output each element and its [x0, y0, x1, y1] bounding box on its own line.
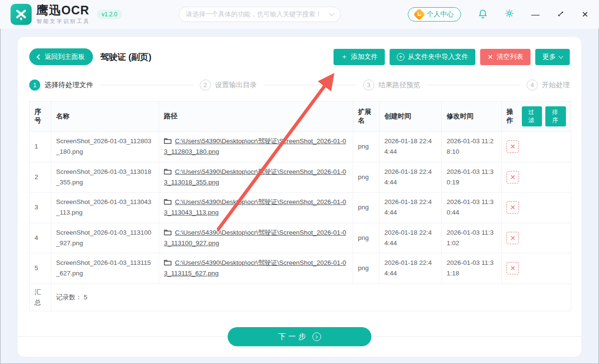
more-button[interactable]: 更多	[535, 49, 570, 65]
col-created: 创建时间	[380, 102, 442, 132]
file-table-body: 1 ScreenShot_2026-01-03_112803_180.png C…	[30, 132, 571, 284]
file-path-cell: C:\Users\54390\Desktop\ocr\驾驶证\ScreenSho…	[159, 223, 353, 253]
toolbar-actions: ＋ 添加文件 + 从文件夹中导入文件 ✕ 清空列表 更多	[334, 49, 570, 65]
file-ext: png	[353, 162, 380, 193]
file-name: ScreenShot_2026-01-03_113100_927.png	[51, 223, 159, 253]
circle-arrow-right-icon	[312, 332, 321, 341]
file-ext: png	[353, 193, 380, 223]
minimize-button[interactable]: —	[531, 11, 540, 19]
folder-icon	[164, 198, 172, 205]
file-ext: png	[353, 253, 380, 284]
app-subtitle: 智能文字识别工具	[36, 18, 90, 25]
import-from-folder-button[interactable]: + 从文件夹中导入文件	[390, 49, 475, 65]
page-title: 驾驶证 (副页)	[100, 51, 151, 63]
chevron-left-icon	[36, 54, 42, 59]
step-2-output-dir: 2 设置输出目录	[200, 80, 257, 91]
user-center-label: 个人中心	[427, 10, 454, 19]
file-table: 序号 名称 路径 扩展名 创建时间 修改时间 操作 过滤 排序 1 Screen…	[29, 101, 571, 311]
folder-icon	[164, 137, 172, 144]
col-name: 名称	[51, 102, 159, 132]
row-actions: ✕	[502, 193, 571, 223]
col-ext: 扩展名	[353, 102, 380, 132]
table-row: 3 ScreenShot_2026-01-03_113043_113.png C…	[30, 193, 571, 223]
chevron-down-icon	[329, 11, 334, 16]
settings-gear-icon[interactable]	[505, 9, 514, 20]
row-actions: ✕	[502, 132, 571, 162]
delete-row-button[interactable]: ✕	[507, 232, 519, 244]
delete-row-button[interactable]: ✕	[507, 201, 519, 214]
plus-icon: ＋	[341, 53, 347, 61]
folder-icon	[164, 259, 172, 266]
file-ext: png	[353, 132, 380, 162]
file-path-cell: C:\Users\54390\Desktop\ocr\驾驶证\ScreenSho…	[159, 193, 353, 223]
step-connector	[264, 85, 357, 85]
modified-time: 2026-01-03 11:31:18	[442, 253, 502, 284]
titlebar: 鹰迅OCR 智能文字识别工具 v1.2.0 请选择一个具体的功能，也可输入关键字…	[0, 0, 599, 29]
file-path-link[interactable]: C:\Users\54390\Desktop\ocr\驾驶证\ScreenSho…	[164, 137, 346, 155]
table-row: 1 ScreenShot_2026-01-03_112803_180.png C…	[30, 132, 571, 162]
table-row: 5 ScreenShot_2026-01-03_113115_627.png C…	[30, 253, 571, 284]
row-index: 1	[30, 132, 51, 162]
table-row: 4 ScreenShot_2026-01-03_113100_927.png C…	[30, 223, 571, 253]
file-path-link[interactable]: C:\Users\54390\Desktop\ocr\驾驶证\ScreenSho…	[164, 259, 346, 277]
file-ext: png	[353, 223, 380, 253]
file-name: ScreenShot_2026-01-03_113043_113.png	[51, 193, 159, 223]
page-toolbar: 返回到主面板 驾驶证 (副页) ＋ 添加文件 + 从文件夹中导入文件 ✕ 清空列…	[18, 37, 581, 65]
resize-button[interactable]	[557, 10, 564, 19]
file-path-link[interactable]: C:\Users\54390\Desktop\ocr\驾驶证\ScreenSho…	[164, 168, 346, 186]
chevron-down-icon	[559, 54, 564, 58]
version-badge: v1.2.0	[97, 10, 122, 19]
modified-time: 2026-01-03 11:28:10	[442, 132, 502, 162]
step-4-start-processing: 4 开始处理	[527, 80, 570, 91]
brand-block: 鹰迅OCR 智能文字识别工具	[36, 4, 90, 24]
file-name: ScreenShot_2026-01-03_113115_627.png	[51, 253, 159, 284]
app-title: 鹰迅OCR	[36, 4, 90, 16]
row-actions: ✕	[502, 223, 571, 253]
row-actions: ✕	[502, 253, 571, 284]
search-placeholder: 请选择一个具体的功能，也可输入关键字搜索！	[186, 10, 330, 19]
step-connector	[427, 85, 520, 85]
step-connector	[100, 85, 193, 85]
delete-row-button[interactable]: ✕	[507, 140, 519, 153]
main-panel: 返回到主面板 驾驶证 (副页) ＋ 添加文件 + 从文件夹中导入文件 ✕ 清空列…	[17, 36, 582, 357]
delete-row-button[interactable]: ✕	[507, 171, 519, 183]
row-index: 4	[30, 223, 51, 253]
modified-time: 2026-01-03 11:30:44	[442, 193, 502, 223]
file-name: ScreenShot_2026-01-03_113018_355.png	[51, 162, 159, 193]
circle-plus-icon: +	[397, 53, 404, 61]
file-path-link[interactable]: C:\Users\54390\Desktop\ocr\驾驶证\ScreenSho…	[164, 198, 346, 216]
back-to-dashboard-button[interactable]: 返回到主面板	[29, 48, 93, 65]
file-path-cell: C:\Users\54390\Desktop\ocr\驾驶证\ScreenSho…	[159, 253, 353, 284]
created-time: 2026-01-18 22:44:44	[380, 193, 442, 223]
user-center-button[interactable]: 个人中心	[408, 7, 461, 22]
col-path: 路径	[159, 102, 353, 132]
add-files-button[interactable]: ＋ 添加文件	[334, 49, 385, 65]
created-time: 2026-01-18 22:44:44	[380, 162, 442, 193]
x-icon: ✕	[487, 53, 493, 61]
col-actions: 操作 过滤 排序	[502, 102, 571, 132]
summary-row: 汇总 记录数： 5	[30, 284, 571, 311]
sort-button[interactable]: 排序	[545, 106, 566, 126]
step-3-result-preview: 3 结果路径预览	[363, 80, 420, 91]
delete-row-button[interactable]: ✕	[507, 262, 519, 274]
row-index: 3	[30, 193, 51, 223]
file-path-link[interactable]: C:\Users\54390\Desktop\ocr\驾驶证\ScreenSho…	[164, 229, 346, 247]
summary-label: 汇总	[30, 284, 51, 311]
next-step-button[interactable]: 下一步	[228, 327, 371, 346]
folder-icon	[164, 229, 172, 236]
filter-button[interactable]: 过滤	[522, 106, 542, 126]
close-button[interactable]: ✕	[582, 11, 588, 19]
bell-icon[interactable]	[478, 9, 487, 21]
created-time: 2026-01-18 22:44:44	[380, 223, 442, 253]
row-index: 2	[30, 162, 51, 193]
clear-list-button[interactable]: ✕ 清空列表	[480, 49, 530, 65]
function-search-input[interactable]: 请选择一个具体的功能，也可输入关键字搜索！	[179, 7, 341, 22]
step-1-select-files: 1 选择待处理文件	[29, 80, 93, 91]
titlebar-right: 个人中心 — ✕	[408, 7, 588, 22]
table-header-row: 序号 名称 路径 扩展名 创建时间 修改时间 操作 过滤 排序	[30, 102, 571, 132]
col-index: 序号	[30, 102, 51, 132]
row-index: 5	[30, 253, 51, 284]
modified-time: 2026-01-03 11:30:19	[442, 162, 502, 193]
modified-time: 2026-01-03 11:31:02	[442, 223, 502, 253]
created-time: 2026-01-18 22:44:44	[380, 132, 442, 162]
